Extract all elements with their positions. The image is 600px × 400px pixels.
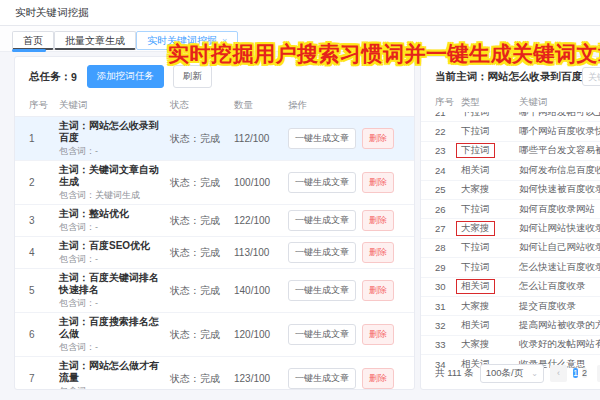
task-keyword-cell: 主词：百度关键词排名快速排名 包含词：- xyxy=(59,272,170,309)
task-main-word: 主词：整站优化 xyxy=(59,208,166,220)
keyword-no: 25 xyxy=(435,184,461,195)
col-header-keyword: 关键词 xyxy=(59,99,170,112)
keyword-row[interactable]: 26 下拉词 如何百度收录网站 xyxy=(421,200,600,219)
task-row[interactable]: 5 主词：百度关键词排名快速排名 包含词：- 状态：完成 140/100 一键生… xyxy=(15,269,414,313)
keyword-text: 如何让网站快速收录 xyxy=(519,222,600,235)
tab-2[interactable]: 批量文章生成 xyxy=(54,31,136,50)
keyword-no: 32 xyxy=(435,320,461,331)
delete-button[interactable]: 删除 xyxy=(362,128,394,149)
delete-button[interactable]: 删除 xyxy=(362,368,394,389)
keyword-row[interactable]: 29 下拉词 怎么快速让百度收录一个新站 xyxy=(421,258,600,277)
keyword-type: 下拉词 xyxy=(461,203,490,216)
keywords-panel: 当前主词：网站怎么收录到百度 序号 类型 关键词 21 下拉词 哪个网站发帖可以… xyxy=(420,56,600,390)
delete-button[interactable]: 删除 xyxy=(362,210,394,231)
keyword-row[interactable]: 21 下拉词 哪个网站发帖可以上百度首页 xyxy=(421,112,600,122)
total-tasks-count: 9 xyxy=(71,71,77,83)
keyword-type-cell: 下拉词 xyxy=(461,143,519,158)
annotation-headline: 实时挖掘用户搜索习惯词并一键生成关键词文章 xyxy=(168,40,600,68)
keyword-type: 下拉词 xyxy=(456,143,495,158)
keyword-row[interactable]: 33 大家搜 收录好的发帖网站有哪些 xyxy=(421,336,600,355)
active-nav-indicator xyxy=(12,49,46,52)
task-status: 状态：完成 xyxy=(170,214,234,228)
keywords-page-size-select[interactable]: 100条/页 ⌄ xyxy=(480,364,544,383)
keyword-no: 21 xyxy=(435,112,461,118)
delete-button[interactable]: 删除 xyxy=(362,280,394,301)
task-main-word: 主词：百度搜索排名怎么做 xyxy=(59,316,166,340)
keyword-row[interactable]: 24 相关词 如何发布信息百度收录在首页 xyxy=(421,161,600,180)
task-keyword-cell: 主词：网站怎么做才有流量 包含词：- xyxy=(59,360,170,390)
generate-article-button[interactable]: 一键生成文章 xyxy=(288,242,356,263)
task-keyword-cell: 主词：关键词文章自动生成 包含词：关键词生成 xyxy=(59,164,170,201)
generate-article-button[interactable]: 一键生成文章 xyxy=(288,128,356,149)
keywords-table-body: 21 下拉词 哪个网站发帖可以上百度首页 22 下拉词 哪个网站百度收录快 23… xyxy=(421,112,600,370)
delete-button[interactable]: 删除 xyxy=(362,242,394,263)
task-no: 5 xyxy=(29,285,59,296)
tab-1[interactable]: 首页 xyxy=(12,31,54,50)
keyword-row[interactable]: 30 相关词 怎么让百度收录 xyxy=(421,278,600,297)
task-main-word: 主词：关键词文章自动生成 xyxy=(59,164,166,188)
keyword-text: 哪个网站百度收录快 xyxy=(519,125,600,138)
page-title: 实时关键词挖掘 xyxy=(15,6,89,20)
generate-article-button[interactable]: 一键生成文章 xyxy=(288,280,356,301)
generate-article-button[interactable]: 一键生成文章 xyxy=(288,172,356,193)
keyword-row[interactable]: 25 大家搜 如何快速被百度收录 xyxy=(421,181,600,200)
keywords-prev-page-button[interactable]: ‹ xyxy=(550,365,567,382)
keyword-text: 提交百度收录 xyxy=(519,300,600,313)
keyword-type: 下拉词 xyxy=(461,261,490,274)
task-status: 状态：完成 xyxy=(170,372,234,386)
refresh-button[interactable]: 刷新 xyxy=(173,65,212,88)
keyword-type: 相关词 xyxy=(456,279,495,294)
task-count: 123/100 xyxy=(234,373,288,384)
col-header-keyword: 关键词 xyxy=(519,96,600,109)
add-mining-task-button[interactable]: 添加挖词任务 xyxy=(87,65,164,88)
keyword-type: 相关词 xyxy=(461,164,490,177)
keyword-row[interactable]: 23 下拉词 哪些平台发文容易被百度收录 xyxy=(421,142,600,161)
keyword-type-cell: 相关词 xyxy=(461,279,519,294)
keywords-page-1[interactable]: 1 xyxy=(573,368,578,378)
task-operations: 一键生成文章 删除 xyxy=(288,368,400,389)
task-row[interactable]: 7 主词：网站怎么做才有流量 包含词：- 状态：完成 123/100 一键生成文… xyxy=(15,357,414,390)
task-include-word: 包含词：关键词生成 xyxy=(59,190,166,201)
keyword-text: 哪些平台发文容易被百度收录 xyxy=(519,144,600,157)
keyword-text: 如何百度收录网站 xyxy=(519,203,600,216)
task-no: 7 xyxy=(29,373,59,384)
keyword-row[interactable]: 31 大家搜 提交百度收录 xyxy=(421,297,600,316)
task-count: 100/100 xyxy=(234,177,288,188)
task-row[interactable]: 1 主词：网站怎么收录到百度 包含词：- 状态：完成 112/100 一键生成文… xyxy=(15,117,414,161)
task-count: 113/100 xyxy=(234,247,288,258)
keyword-no: 31 xyxy=(435,301,461,312)
task-row[interactable]: 3 主词：整站优化 包含词：- 状态：完成 122/100 一键生成文章 删除 xyxy=(15,205,414,237)
tasks-table-header: 序号 关键词 状态 数量 操作 xyxy=(15,94,414,117)
keyword-type-cell: 下拉词 xyxy=(461,125,519,138)
keywords-page-2[interactable]: 2 xyxy=(582,368,587,378)
keyword-row[interactable]: 27 大家搜 如何让网站快速收录 xyxy=(421,219,600,238)
keywords-total-text: 共 111 条 xyxy=(435,367,474,380)
delete-button[interactable]: 删除 xyxy=(362,172,394,193)
keyword-no: 28 xyxy=(435,242,461,253)
generate-article-button[interactable]: 一键生成文章 xyxy=(288,368,356,389)
keyword-text: 哪个网站发帖可以上百度首页 xyxy=(519,112,600,119)
keyword-filter-input[interactable] xyxy=(582,67,600,86)
keyword-type: 大家搜 xyxy=(461,183,490,196)
task-operations: 一键生成文章 删除 xyxy=(288,172,400,193)
task-count: 140/100 xyxy=(234,285,288,296)
keyword-text: 怎么快速让百度收录一个新站 xyxy=(519,261,600,274)
keyword-no: 29 xyxy=(435,262,461,273)
keyword-row[interactable]: 28 下拉词 如何让自己网站收录百度 xyxy=(421,239,600,258)
keyword-row[interactable]: 22 下拉词 哪个网站百度收录快 xyxy=(421,122,600,141)
task-row[interactable]: 4 主词：百度SEO优化 包含词：- 状态：完成 113/100 一键生成文章 … xyxy=(15,237,414,269)
task-count: 112/100 xyxy=(234,133,288,144)
task-count: 120/100 xyxy=(234,329,288,340)
generate-article-button[interactable]: 一键生成文章 xyxy=(288,324,356,345)
generate-article-button[interactable]: 一键生成文章 xyxy=(288,210,356,231)
keywords-pagination: 共 111 条 100条/页 ⌄ ‹ 12 › xyxy=(421,364,600,383)
delete-button[interactable]: 删除 xyxy=(362,324,394,345)
keyword-type-cell: 下拉词 xyxy=(461,261,519,274)
task-row[interactable]: 2 主词：关键词文章自动生成 包含词：关键词生成 状态：完成 100/100 一… xyxy=(15,161,414,205)
task-operations: 一键生成文章 删除 xyxy=(288,242,400,263)
app-window: 实时关键词挖掘 首页批量文章生成实时关键词挖掘× 实时挖掘用户搜索习惯词并一键生… xyxy=(0,0,600,400)
task-row[interactable]: 6 主词：百度搜索排名怎么做 包含词：- 状态：完成 120/100 一键生成文… xyxy=(15,313,414,357)
col-header-status: 状态 xyxy=(170,99,234,112)
keyword-text: 如何让自己网站收录百度 xyxy=(519,241,600,254)
keyword-row[interactable]: 32 相关词 提高网站被收录的方法 xyxy=(421,316,600,335)
